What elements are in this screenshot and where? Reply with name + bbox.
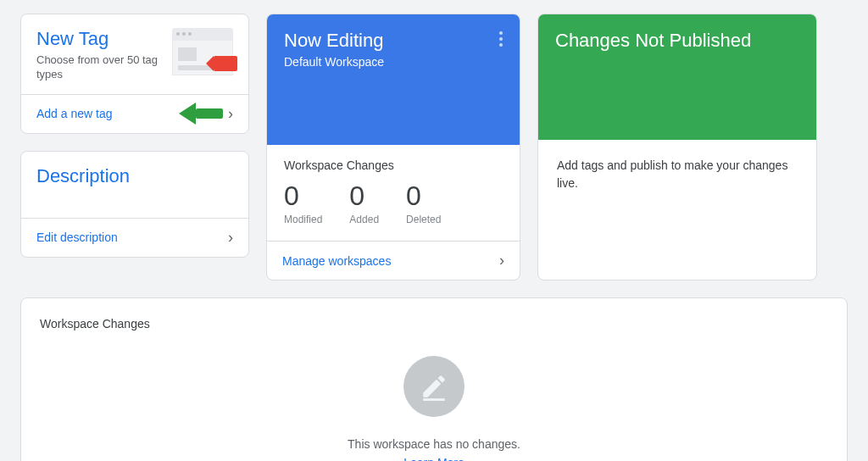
more-options-button[interactable] — [494, 26, 508, 52]
chevron-right-icon: › — [228, 105, 233, 123]
workspace-changes-panel: Workspace Changes This workspace has no … — [20, 297, 848, 461]
changes-not-published-card: Changes Not Published Add tags and publi… — [537, 14, 817, 280]
browser-tag-icon — [172, 28, 233, 75]
changes-not-published-body: Add tags and publish to make your change… — [538, 140, 816, 252]
edit-icon — [403, 356, 465, 417]
workspace-changes-label: Workspace Changes — [284, 158, 503, 172]
add-new-tag-link[interactable]: Add a new tag › — [21, 94, 248, 133]
manage-workspaces-label: Manage workspaces — [282, 254, 391, 268]
manage-workspaces-link[interactable]: Manage workspaces › — [267, 241, 520, 280]
metric-added: 0 Added — [349, 181, 379, 225]
edit-description-link[interactable]: Edit description › — [21, 218, 248, 257]
edit-description-label: Edit description — [36, 230, 118, 244]
description-title: Description — [36, 165, 233, 187]
changes-not-published-title: Changes Not Published — [555, 30, 799, 52]
now-editing-title: Now Editing — [284, 30, 503, 52]
annotation-arrow-icon — [179, 103, 223, 125]
empty-state-text: This workspace has no changes. — [348, 437, 520, 451]
add-new-tag-label: Add a new tag — [36, 107, 113, 120]
now-editing-card: Now Editing Default Workspace Workspace … — [266, 14, 520, 280]
now-editing-subtitle: Default Workspace — [284, 55, 503, 69]
workspace-changes-panel-title: Workspace Changes — [21, 317, 847, 339]
metric-deleted: 0 Deleted — [406, 181, 441, 225]
learn-more-link[interactable]: Learn More — [403, 456, 465, 461]
chevron-right-icon: › — [499, 252, 504, 269]
description-card: Description Edit description › — [20, 151, 249, 258]
svg-rect-0 — [423, 398, 445, 401]
new-tag-card: New Tag Choose from over 50 tag types Ad… — [20, 14, 249, 134]
new-tag-subtitle: Choose from over 50 tag types — [36, 53, 162, 82]
new-tag-title: New Tag — [36, 28, 162, 50]
metric-modified: 0 Modified — [284, 181, 322, 225]
chevron-right-icon: › — [228, 229, 233, 247]
